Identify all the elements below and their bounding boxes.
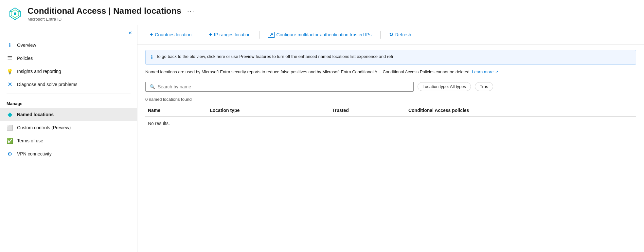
sidebar-item-label-policies: Policies [17, 56, 33, 61]
learn-more-link[interactable]: Learn more ↗ [472, 69, 498, 74]
external-icon: ↗ [495, 69, 498, 74]
sidebar-item-label-overview: Overview [17, 43, 36, 48]
col-location-type: Location type [207, 104, 330, 117]
info-banner[interactable]: ℹ To go back to the old view, click here… [145, 50, 636, 65]
external-link-icon: ↗ [268, 32, 275, 38]
main-content: + Countries location + IP ranges locatio… [137, 25, 644, 252]
sidebar-item-insights[interactable]: 💡 Insights and reporting [0, 65, 137, 78]
sidebar-item-label-insights: Insights and reporting [17, 69, 61, 74]
info-banner-text: To go back to the old view, click here o… [156, 54, 393, 59]
ip-ranges-location-button[interactable]: + IP ranges location [204, 30, 255, 40]
add-countries-icon: + [150, 32, 153, 38]
sidebar-item-label-custom-controls: Custom controls (Preview) [17, 125, 71, 130]
sidebar-item-custom-controls[interactable]: ⬜ Custom controls (Preview) [0, 121, 137, 134]
manage-section-label: Manage [0, 97, 137, 108]
search-input[interactable] [158, 84, 409, 89]
configure-mfa-button[interactable]: ↗ Configure multifactor authentication t… [263, 30, 376, 40]
add-ip-icon: + [209, 32, 212, 38]
learn-more-label: Learn more [472, 69, 493, 74]
countries-location-button[interactable]: + Countries location [145, 30, 196, 40]
trusted-label: Trus [480, 84, 488, 89]
location-type-filter-button[interactable]: Location type: All types [418, 82, 471, 91]
configure-btn-label: Configure multifactor authentication tru… [277, 32, 372, 37]
page-subtitle: Microsoft Entra ID [27, 17, 181, 22]
header-more-button[interactable]: ··· [187, 7, 195, 15]
col-ca-policies: Conditional Access policies [406, 104, 636, 117]
page-header: Conditional Access | Named locations Mic… [0, 0, 644, 25]
trusted-filter-button[interactable]: Trus [475, 82, 493, 91]
refresh-button[interactable]: ↻ Refresh [385, 30, 416, 40]
search-filter-row: 🔍 Location type: All types Trus [137, 79, 644, 94]
results-count: 0 named locations found [137, 94, 644, 104]
svg-point-2 [14, 12, 16, 15]
col-trusted: Trusted [330, 104, 406, 117]
results-count-text: 0 named locations found [145, 97, 192, 102]
sidebar-item-label-vpn: VPN connectivity [17, 151, 52, 156]
description-body: Named locations are used by Microsoft En… [145, 69, 471, 74]
sidebar-item-terms-of-use[interactable]: ✅ Terms of use [0, 134, 137, 147]
toolbar-sep-3 [380, 31, 381, 39]
named-locations-table: Name Location type Trusted Conditional A… [145, 104, 636, 130]
header-title-block: Conditional Access | Named locations Mic… [27, 6, 181, 22]
sidebar-item-diagnose[interactable]: ✕ Diagnose and solve problems [0, 78, 137, 91]
sidebar-item-named-locations[interactable]: ◈ Named locations [0, 108, 137, 121]
page-title: Conditional Access | Named locations [27, 6, 181, 16]
sidebar-item-overview[interactable]: ℹ Overview [0, 39, 137, 52]
sidebar-divider [7, 94, 131, 94]
toolbar-sep-1 [200, 31, 200, 39]
sidebar-collapse-button[interactable]: « [0, 28, 137, 39]
overview-icon: ℹ [7, 42, 13, 48]
sidebar-item-label-diagnose: Diagnose and solve problems [17, 82, 77, 87]
named-locations-icon: ◈ [7, 111, 13, 118]
search-box[interactable]: 🔍 [145, 82, 414, 92]
toolbar: + Countries location + IP ranges locatio… [137, 25, 644, 45]
no-results-row: No results. [145, 117, 636, 130]
table-header: Name Location type Trusted Conditional A… [145, 104, 636, 117]
sidebar: « ℹ Overview ☰ Policies 💡 Insights and r… [0, 25, 137, 252]
refresh-btn-label: Refresh [395, 32, 411, 37]
col-name: Name [145, 104, 207, 117]
info-banner-icon: ℹ [151, 54, 153, 61]
insights-icon: 💡 [7, 68, 13, 75]
table-area: Name Location type Trusted Conditional A… [137, 104, 644, 252]
countries-btn-label: Countries location [155, 32, 191, 37]
app-logo [8, 7, 22, 21]
terms-icon: ✅ [7, 137, 13, 144]
search-icon: 🔍 [150, 84, 155, 89]
no-results-text: No results. [145, 117, 636, 130]
sidebar-item-label-terms: Terms of use [17, 138, 43, 143]
description-text: Named locations are used by Microsoft En… [137, 65, 644, 79]
sidebar-item-label-named-locations: Named locations [17, 112, 54, 117]
sidebar-item-vpn[interactable]: ⚙ VPN connectivity [0, 147, 137, 160]
sidebar-item-policies[interactable]: ☰ Policies [0, 52, 137, 65]
diagnose-icon: ✕ [7, 81, 13, 88]
refresh-icon: ↻ [389, 32, 393, 38]
table-body: No results. [145, 117, 636, 130]
custom-controls-icon: ⬜ [7, 124, 13, 131]
vpn-icon: ⚙ [7, 151, 13, 157]
toolbar-sep-2 [259, 31, 259, 39]
location-type-label: Location type: All types [422, 84, 466, 89]
policies-icon: ☰ [7, 55, 13, 62]
ip-ranges-btn-label: IP ranges location [214, 32, 251, 37]
table-header-row: Name Location type Trusted Conditional A… [145, 104, 636, 117]
main-layout: « ℹ Overview ☰ Policies 💡 Insights and r… [0, 25, 644, 252]
